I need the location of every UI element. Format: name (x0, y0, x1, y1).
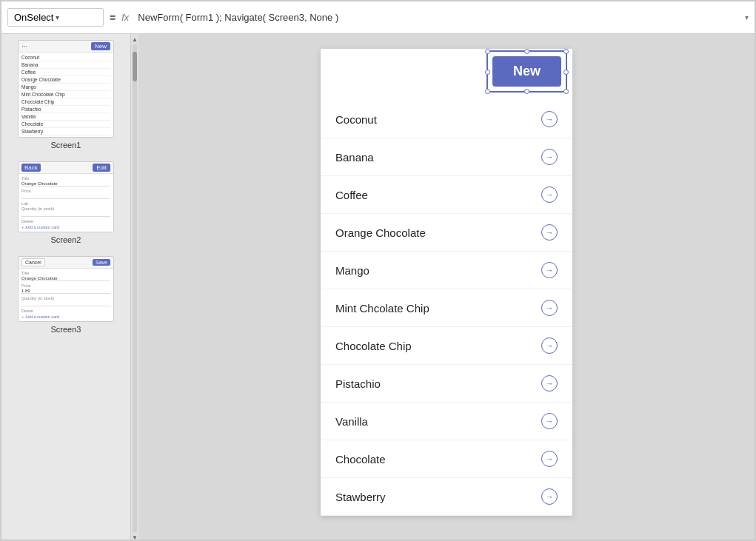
list-item[interactable]: Coffee → (321, 176, 572, 214)
list-item[interactable]: Stawberry → (321, 478, 572, 516)
screen2-title-label: Title (21, 176, 110, 181)
thumb-item: Coffee (21, 69, 110, 76)
screen2-title-value: Orange Chocolate (21, 181, 110, 187)
screen1-new-btn: New (91, 42, 110, 50)
list-item[interactable]: Mint Chcolate Chip → (321, 289, 572, 327)
dropdown-chevron-icon: ▾ (56, 13, 97, 21)
scroll-up-arrow[interactable]: ▲ (133, 34, 137, 44)
list-item-text: Coconut (335, 113, 377, 126)
list-item-text: Orange Chocolate (335, 226, 426, 239)
screen3-price-label: Price (21, 283, 110, 288)
list-item[interactable]: Pistachio → (321, 365, 572, 403)
handle-bm[interactable] (524, 89, 529, 94)
onselect-label: OnSelect (14, 12, 56, 23)
list-item-arrow-icon[interactable]: → (541, 111, 558, 127)
screen-preview: New Coconut → Banana → Coffee → (321, 49, 572, 516)
equals-sign: = (110, 12, 116, 24)
sidebar-scrollbar[interactable]: ▲ ▼ (131, 34, 138, 541)
thumb-item: Mint Chocolate Chip (21, 91, 110, 98)
screen2-thumb[interactable]: Back Edit Title Orange Chocolate Price L… (18, 161, 114, 232)
scroll-thumb[interactable] (133, 52, 137, 81)
thumb-item: Pistachio (21, 106, 110, 113)
screen3-qty-label: Quantity (in stock) (21, 296, 110, 300)
screen3-thumb-header: Cancel Save (19, 257, 113, 269)
screen3-title-value: Orange Chocolate (21, 276, 110, 281)
main-layout: ··· New Coconut Banana Coffee Orange Cho… (1, 34, 755, 541)
scroll-track[interactable] (133, 44, 137, 532)
thumb-item: Stawberry (21, 128, 110, 135)
handle-tr[interactable] (563, 49, 569, 54)
screen2-thumb-header: Back Edit (19, 162, 113, 174)
thumb-item: Vanilla (21, 113, 110, 121)
list-item-arrow-icon[interactable]: → (541, 224, 558, 241)
list-item[interactable]: Vanilla → (321, 403, 572, 440)
formula-input[interactable] (135, 9, 739, 26)
thumb-item: Orange Chocolate (21, 76, 110, 84)
screen3-label: Screen3 (9, 325, 123, 334)
thumb-item: Mango (21, 84, 110, 91)
screen1-thumb-list: Coconut Banana Coffee Orange Chocolate M… (19, 53, 113, 137)
screen3-price-value: 1.89 (21, 289, 110, 294)
screen2-price-label: Price (21, 189, 110, 193)
list-item[interactable]: Coconut → (321, 101, 572, 138)
fx-label: fx (121, 12, 129, 23)
list-item[interactable]: Mango → (321, 252, 572, 289)
sidebar: ··· New Coconut Banana Coffee Orange Cho… (1, 34, 131, 541)
screen2-label: Screen2 (9, 235, 123, 244)
list-item-arrow-icon[interactable]: → (541, 149, 558, 165)
list-item-arrow-icon[interactable]: → (541, 262, 558, 278)
screen3-add-card: +Add a custom card (21, 315, 110, 319)
scroll-down-arrow[interactable]: ▼ (133, 532, 137, 541)
handle-tm[interactable] (524, 49, 529, 54)
screen2-form: Title Orange Chocolate Price Lab Quantit… (19, 174, 113, 232)
thumb-item: Coconut (21, 54, 110, 61)
handle-mr[interactable] (563, 70, 569, 75)
formula-bar: OnSelect ▾ = fx ▾ (1, 1, 755, 34)
screen3-title-label: Title (21, 271, 110, 275)
handle-ml[interactable] (485, 70, 490, 75)
list-item[interactable]: Chocolate Chip → (321, 327, 572, 365)
handle-br[interactable] (563, 89, 569, 94)
list-item-arrow-icon[interactable]: → (541, 413, 558, 429)
handle-tl[interactable] (485, 49, 490, 54)
list-item-text: Pistachio (335, 377, 381, 390)
screen3-thumb-container: Cancel Save Title Orange Chocolate Price… (1, 256, 130, 334)
list-item-text: Mint Chcolate Chip (335, 302, 429, 315)
list-item-arrow-icon[interactable]: → (541, 375, 558, 392)
screen2-lab-label: Lab (21, 201, 110, 206)
screen1-thumb[interactable]: ··· New Coconut Banana Coffee Orange Cho… (18, 40, 114, 138)
screen2-qty-label: Quantity (in stock) (21, 206, 110, 211)
screen3-qty-value (21, 301, 110, 306)
list-item[interactable]: Chocolate → (321, 440, 572, 478)
new-button[interactable]: New (492, 56, 561, 87)
formula-end-chevron-icon[interactable]: ▾ (745, 13, 749, 21)
list-item-arrow-icon[interactable]: → (541, 451, 558, 467)
list-item[interactable]: Orange Chocolate → (321, 214, 572, 252)
screen2-thumb-container: Back Edit Title Orange Chocolate Price L… (1, 161, 130, 244)
screen1-dots: ··· (21, 42, 27, 50)
list-item-text: Banana (335, 151, 374, 164)
list-item-arrow-icon[interactable]: → (541, 337, 558, 354)
screen3-delete-label: Delete (21, 309, 110, 313)
list-item-text: Vanilla (335, 415, 368, 428)
thumb-item: Chocolate (21, 121, 110, 128)
thumb-item: Chocolate Chip (21, 98, 110, 106)
thumb-item: Banana (21, 61, 110, 69)
screen1-label: Screen1 (9, 141, 123, 149)
onselect-dropdown[interactable]: OnSelect ▾ (7, 8, 104, 27)
screen3-cancel-btn: Cancel (21, 258, 45, 266)
list-item-text: Chocolate Chip (335, 340, 412, 352)
list-item-text: Mango (335, 264, 369, 277)
list-item[interactable]: Banana → (321, 138, 572, 176)
list-item-arrow-icon[interactable]: → (541, 488, 558, 505)
screen2-add-card: +Add a custom card (21, 225, 110, 229)
screen1-thumb-container: ··· New Coconut Banana Coffee Orange Cho… (1, 40, 130, 149)
list-item-arrow-icon[interactable]: → (541, 187, 558, 203)
screen3-form: Title Orange Chocolate Price 1.89 Quanti… (19, 269, 113, 321)
list-item-arrow-icon[interactable]: → (541, 300, 558, 316)
screen3-save-btn: Save (93, 259, 110, 266)
screen2-qty-value (21, 212, 110, 217)
screen3-thumb[interactable]: Cancel Save Title Orange Chocolate Price… (18, 256, 114, 322)
handle-bl[interactable] (485, 89, 490, 94)
screen2-price-value (21, 194, 110, 199)
